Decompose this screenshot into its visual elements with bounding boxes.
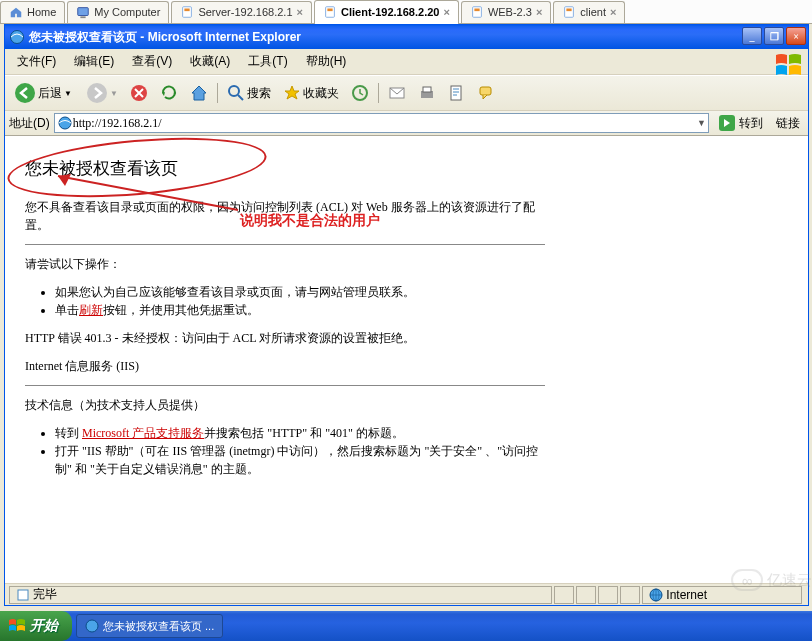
svg-point-11 bbox=[15, 83, 35, 103]
svg-rect-23 bbox=[18, 590, 28, 600]
edit-button[interactable] bbox=[443, 81, 471, 105]
close-icon[interactable]: × bbox=[443, 6, 449, 18]
svg-point-26 bbox=[86, 620, 98, 632]
svg-rect-3 bbox=[185, 9, 190, 12]
status-done: 完毕 bbox=[33, 586, 57, 603]
svg-rect-18 bbox=[423, 87, 431, 92]
page-content: 说明我不是合法的用户 您未被授权查看该页 您不具备查看该目录或页面的权限，因为访… bbox=[5, 136, 808, 583]
svg-rect-20 bbox=[480, 87, 491, 95]
minimize-button[interactable]: _ bbox=[742, 27, 762, 45]
vm-tab-label: client bbox=[580, 6, 606, 18]
start-button[interactable]: 开始 bbox=[0, 611, 72, 641]
vm-tab-label: Server-192.168.2.1 bbox=[198, 6, 292, 18]
svg-rect-19 bbox=[451, 86, 461, 100]
statusbar: 完毕 Internet bbox=[5, 583, 808, 605]
forward-button[interactable]: ▼ bbox=[81, 79, 123, 107]
status-sep bbox=[620, 586, 640, 604]
svg-point-14 bbox=[229, 86, 239, 96]
discuss-button[interactable] bbox=[473, 81, 501, 105]
vm-tab-label: My Computer bbox=[94, 6, 160, 18]
globe-icon bbox=[649, 588, 663, 602]
menu-edit[interactable]: 编辑(E) bbox=[66, 51, 122, 72]
svg-rect-4 bbox=[326, 7, 335, 18]
close-icon[interactable]: × bbox=[297, 6, 303, 18]
svg-rect-5 bbox=[327, 9, 332, 12]
suggestion-item: 如果您认为自己应该能够查看该目录或页面，请与网站管理员联系。 bbox=[55, 283, 545, 301]
menu-tools[interactable]: 工具(T) bbox=[240, 51, 295, 72]
taskbar-item[interactable]: 您未被授权查看该页 ... bbox=[76, 614, 223, 638]
windows-logo-icon bbox=[774, 51, 804, 81]
ie-window: 您未被授权查看该页 - Microsoft Internet Explorer … bbox=[4, 24, 809, 606]
annotation-text: 说明我不是合法的用户 bbox=[240, 210, 380, 231]
menu-file[interactable]: 文件(F) bbox=[9, 51, 64, 72]
menu-help[interactable]: 帮助(H) bbox=[298, 51, 355, 72]
status-sep bbox=[576, 586, 596, 604]
svg-rect-6 bbox=[473, 7, 482, 18]
svg-rect-0 bbox=[78, 8, 89, 16]
favorites-button[interactable]: 收藏夹 bbox=[278, 81, 344, 105]
ie-icon bbox=[85, 619, 99, 633]
tech-item: 转到 Microsoft 产品支持服务并搜索包括 "HTTP" 和 "401" … bbox=[55, 424, 545, 442]
chevron-down-icon: ▼ bbox=[64, 89, 72, 98]
mail-button[interactable] bbox=[383, 81, 411, 105]
svg-point-10 bbox=[11, 31, 24, 44]
menubar: 文件(F) 编辑(E) 查看(V) 收藏(A) 工具(T) 帮助(H) bbox=[5, 49, 808, 75]
status-zone: Internet bbox=[666, 588, 707, 602]
chevron-down-icon[interactable]: ▼ bbox=[697, 118, 706, 128]
svg-rect-1 bbox=[81, 16, 86, 18]
vm-tab-home[interactable]: Home bbox=[0, 1, 65, 23]
start-label: 开始 bbox=[30, 617, 58, 635]
vm-tab-mycomputer[interactable]: My Computer bbox=[67, 1, 169, 23]
links-label[interactable]: 链接 bbox=[772, 115, 804, 132]
favorites-label: 收藏夹 bbox=[303, 85, 339, 102]
chevron-down-icon: ▼ bbox=[110, 89, 118, 98]
refresh-link[interactable]: 刷新 bbox=[79, 303, 103, 317]
taskbar: 开始 您未被授权查看该页 ... bbox=[0, 611, 812, 641]
page-icon bbox=[57, 115, 73, 131]
http-error-line: HTTP 错误 401.3 - 未经授权：访问由于 ACL 对所请求资源的设置被… bbox=[25, 329, 545, 347]
vm-tab-client[interactable]: Client-192.168.2.20 × bbox=[314, 0, 459, 24]
history-button[interactable] bbox=[346, 81, 374, 105]
address-bar: 地址(D) ▼ 转到 链接 bbox=[5, 111, 808, 136]
svg-rect-9 bbox=[567, 9, 572, 12]
go-label: 转到 bbox=[739, 115, 763, 132]
home-button[interactable] bbox=[185, 81, 213, 105]
try-heading: 请尝试以下操作： bbox=[25, 255, 545, 273]
go-button[interactable]: 转到 bbox=[713, 113, 768, 133]
address-input-wrap[interactable]: ▼ bbox=[54, 113, 709, 133]
vm-tab-label: WEB-2.3 bbox=[488, 6, 532, 18]
maximize-button[interactable]: ❐ bbox=[764, 27, 784, 45]
refresh-button[interactable] bbox=[155, 81, 183, 105]
ie-icon bbox=[9, 29, 25, 45]
ms-support-link[interactable]: Microsoft 产品支持服务 bbox=[82, 426, 204, 440]
taskbar-item-label: 您未被授权查看该页 ... bbox=[103, 619, 214, 634]
tech-heading: 技术信息（为技术支持人员提供） bbox=[25, 396, 545, 414]
back-button[interactable]: 后退 ▼ bbox=[9, 79, 79, 107]
page-heading: 您未被授权查看该页 bbox=[25, 156, 545, 182]
svg-rect-2 bbox=[183, 7, 192, 18]
status-sep bbox=[598, 586, 618, 604]
vm-tab-web23[interactable]: WEB-2.3 × bbox=[461, 1, 551, 23]
vm-tab-strip: Home My Computer Server-192.168.2.1 × Cl… bbox=[0, 0, 812, 24]
close-button[interactable]: × bbox=[786, 27, 806, 45]
svg-rect-8 bbox=[565, 7, 574, 18]
vm-tab-client2[interactable]: client × bbox=[553, 1, 625, 23]
status-text-panel: 完毕 bbox=[9, 586, 552, 604]
tech-item: 打开 "IIS 帮助"（可在 IIS 管理器 (inetmgr) 中访问），然后… bbox=[55, 442, 545, 478]
close-icon[interactable]: × bbox=[610, 6, 616, 18]
close-icon[interactable]: × bbox=[536, 6, 542, 18]
search-button[interactable]: 搜索 bbox=[222, 81, 276, 105]
menu-favorites[interactable]: 收藏(A) bbox=[182, 51, 238, 72]
stop-button[interactable] bbox=[125, 81, 153, 105]
back-label: 后退 bbox=[38, 85, 62, 102]
print-button[interactable] bbox=[413, 81, 441, 105]
vm-tab-server[interactable]: Server-192.168.2.1 × bbox=[171, 1, 312, 23]
svg-rect-7 bbox=[474, 9, 479, 12]
menu-view[interactable]: 查看(V) bbox=[124, 51, 180, 72]
address-input[interactable] bbox=[73, 116, 697, 131]
suggestion-item: 单击刷新按钮，并使用其他凭据重试。 bbox=[55, 301, 545, 319]
windows-flag-icon bbox=[8, 617, 26, 635]
divider bbox=[25, 244, 545, 245]
svg-point-12 bbox=[87, 83, 107, 103]
titlebar[interactable]: 您未被授权查看该页 - Microsoft Internet Explorer … bbox=[5, 25, 808, 49]
